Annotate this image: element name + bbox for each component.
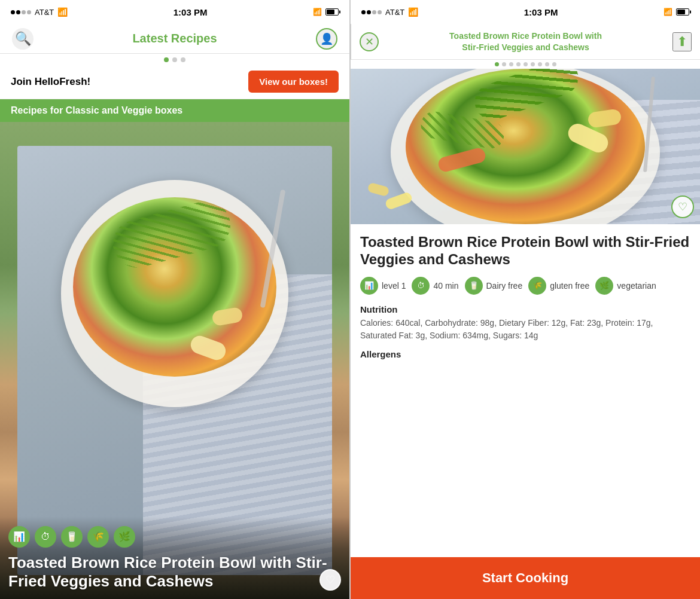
- recipe-title-left: Toasted Brown Rice Protein Bowl with Sti…: [8, 554, 341, 591]
- detail-dot-4[interactable]: [516, 62, 521, 66]
- vegetarian-attr-icon: 🌿: [595, 277, 613, 295]
- signal-dot-r1: [361, 10, 366, 14]
- detail-dot-7[interactable]: [538, 62, 542, 66]
- attr-dairy: 🥛 Dairy free: [465, 277, 523, 295]
- recipe-detail-body: Toasted Brown Rice Protein Bowl with Sti…: [351, 224, 700, 557]
- gluten-icon: 🌾: [87, 526, 109, 548]
- status-left: AT&T 📶: [11, 7, 68, 17]
- recipe-overlay: 📊 ⏱ 🥛 🌾 🌿 Toasted Brown Rice Protein Bow…: [0, 517, 349, 599]
- bluetooth-icon-left: 📶: [313, 8, 322, 16]
- signal-dots-right: [361, 10, 382, 14]
- nav-bar-left: 🔍 Latest Recipes 👤: [0, 24, 349, 54]
- recipe-tags: 📊 ⏱ 🥛 🌾 🌿: [8, 526, 341, 548]
- favorite-button-detail[interactable]: ♡: [671, 195, 694, 218]
- recipe-nav-title-text: Toasted Brown Rice Protein Bowl with Sti…: [449, 31, 602, 51]
- status-left-right: AT&T 📶: [361, 7, 418, 17]
- status-right-right: 📶: [664, 8, 689, 16]
- recipe-card-left[interactable]: 📊 ⏱ 🥛 🌾 🌿 Toasted Brown Rice Protein Bow…: [0, 122, 349, 599]
- signal-dot-r2: [367, 10, 371, 14]
- signal-dot-3: [22, 10, 26, 14]
- wifi-icon-right: 📶: [408, 7, 418, 17]
- time-right: 1:03 PM: [524, 7, 558, 17]
- battery-fill-right: [677, 10, 685, 14]
- favorite-button-left[interactable]: ♡: [319, 569, 341, 591]
- recipe-attributes: 📊 level 1 ⏱ 40 min 🥛 Dairy free 🌾 gluten…: [360, 277, 690, 295]
- dairy-attr-icon: 🥛: [465, 277, 483, 295]
- battery-fill-left: [327, 10, 334, 14]
- allergens-title: Allergens: [360, 349, 690, 359]
- attr-level: 📊 level 1: [360, 277, 406, 295]
- profile-button[interactable]: 👤: [316, 28, 337, 50]
- start-cooking-button[interactable]: Start Cooking: [351, 557, 700, 599]
- category-text: Recipes for Classic and Veggie boxes: [11, 105, 182, 115]
- attr-gluten: 🌾 gluten free: [528, 277, 589, 295]
- signal-dot-1: [11, 10, 15, 14]
- detail-dot-9[interactable]: [552, 62, 556, 66]
- share-icon: ⬆: [677, 34, 687, 50]
- detail-dot-3[interactable]: [509, 62, 513, 66]
- category-banner: Recipes for Classic and Veggie boxes: [0, 99, 349, 122]
- join-text: Join HelloFresh!: [11, 76, 90, 88]
- attr-time: ⏱ 40 min: [412, 277, 458, 295]
- gluten-label: gluten free: [550, 281, 589, 291]
- view-boxes-button[interactable]: View our boxes!: [248, 71, 339, 93]
- vegetarian-icon: 🌿: [114, 526, 135, 548]
- level-icon: 📊: [8, 526, 30, 548]
- signal-dot-2: [16, 10, 20, 14]
- left-phone: AT&T 📶 1:03 PM 📶 🔍 Latest Recipes 👤 Join…: [0, 0, 350, 599]
- nutrition-title: Nutrition: [360, 304, 690, 314]
- wifi-icon-left: 📶: [57, 7, 68, 17]
- bluetooth-icon-right: 📶: [664, 8, 672, 16]
- page-dot-2[interactable]: [172, 57, 177, 62]
- profile-icon: 👤: [320, 32, 333, 45]
- time-label: 40 min: [433, 281, 458, 291]
- time-attr-icon: ⏱: [412, 277, 430, 295]
- page-dot-1[interactable]: [164, 57, 169, 62]
- page-dots-left: [0, 54, 349, 65]
- close-icon: ✕: [365, 35, 374, 48]
- vegetarian-label: vegetarian: [617, 281, 656, 291]
- battery-icon-right: [676, 8, 689, 16]
- signal-dots: [11, 10, 31, 14]
- carrier-left: AT&T: [35, 8, 54, 17]
- recipe-detail-title: Toasted Brown Rice Protein Bowl with Sti…: [360, 234, 690, 268]
- nutrition-section: Nutrition Calories: 640cal, Carbohydrate…: [360, 304, 690, 342]
- join-banner: Join HelloFresh! View our boxes!: [0, 65, 349, 99]
- status-bar-left: AT&T 📶 1:03 PM 📶: [0, 0, 349, 24]
- nav-bar-right: ✕ Toasted Brown Rice Protein Bowl with S…: [351, 24, 700, 60]
- detail-dot-8[interactable]: [545, 62, 549, 66]
- search-button[interactable]: 🔍: [12, 28, 34, 50]
- recipe-nav-title: Toasted Brown Rice Protein Bowl with Sti…: [384, 30, 668, 52]
- signal-dot-r3: [372, 10, 376, 14]
- signal-dot-r4: [378, 10, 382, 14]
- status-right-left: 📶: [313, 8, 339, 16]
- status-bar-right: AT&T 📶 1:03 PM 📶: [351, 0, 700, 24]
- right-phone: AT&T 📶 1:03 PM 📶 ✕ Toasted Brown Rice Pr…: [350, 0, 700, 599]
- detail-dot-5[interactable]: [524, 62, 528, 66]
- page-title-left: Latest Recipes: [132, 32, 217, 45]
- battery-icon-left: [325, 8, 339, 16]
- search-icon: 🔍: [15, 31, 31, 47]
- allergens-section: Allergens: [360, 349, 690, 359]
- share-button[interactable]: ⬆: [672, 32, 692, 51]
- detail-dot-1[interactable]: [495, 62, 499, 66]
- recipe-hero-image: ♡: [351, 69, 700, 224]
- nutrition-text: Calories: 640cal, Carbohydrate: 98g, Die…: [360, 317, 690, 342]
- level-label: level 1: [382, 281, 406, 291]
- level-attr-icon: 📊: [360, 277, 378, 295]
- dairy-icon: 🥛: [61, 526, 83, 548]
- page-dot-3[interactable]: [181, 57, 185, 62]
- close-button[interactable]: ✕: [360, 32, 379, 51]
- detail-page-dots: [351, 60, 700, 69]
- gluten-attr-icon: 🌾: [528, 277, 546, 295]
- carrier-right: AT&T: [385, 8, 404, 17]
- detail-dot-6[interactable]: [531, 62, 535, 66]
- attr-vegetarian: 🌿 vegetarian: [595, 277, 656, 295]
- dairy-label: Dairy free: [486, 281, 523, 291]
- time-left: 1:03 PM: [174, 7, 208, 17]
- time-icon: ⏱: [35, 526, 56, 548]
- detail-dot-2[interactable]: [502, 62, 506, 66]
- signal-dot-4: [27, 10, 31, 14]
